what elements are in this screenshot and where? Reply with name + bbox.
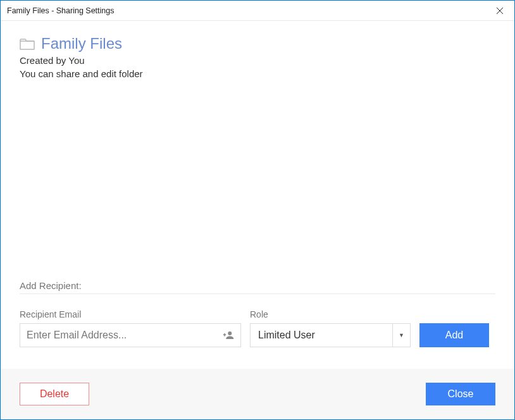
svg-point-3	[228, 331, 232, 335]
titlebar: Family Files - Sharing Settings	[1, 1, 514, 21]
window-title: Family Files - Sharing Settings	[7, 6, 115, 15]
caret-down-icon: ▼	[399, 332, 404, 338]
role-field-wrapper: Role Limited User ▼	[250, 309, 411, 347]
folder-header: Family Files	[20, 35, 495, 52]
add-person-icon	[223, 330, 234, 341]
role-label: Role	[250, 309, 411, 319]
folder-icon	[20, 37, 35, 50]
content-area: Family Files Created by You You can shar…	[1, 21, 514, 369]
permissions-line: You can share and edit folder	[20, 68, 495, 79]
role-selected-value: Limited User	[251, 324, 392, 347]
email-input-container[interactable]	[20, 323, 241, 347]
add-recipient-title: Add Recipient:	[20, 280, 495, 291]
folder-title: Family Files	[41, 35, 122, 52]
window-close-button[interactable]	[485, 1, 514, 21]
footer: Delete Close	[1, 369, 514, 419]
email-input[interactable]	[27, 330, 218, 341]
created-by-line: Created by You	[20, 55, 495, 66]
divider	[20, 293, 495, 294]
role-select[interactable]: Limited User ▼	[250, 323, 411, 347]
close-button[interactable]: Close	[426, 383, 495, 405]
dropdown-caret[interactable]: ▼	[392, 324, 410, 347]
close-icon	[497, 8, 503, 14]
email-label: Recipient Email	[20, 309, 241, 319]
add-button[interactable]: Add	[419, 323, 489, 347]
svg-rect-5	[224, 333, 225, 337]
email-field-wrapper: Recipient Email	[20, 309, 241, 347]
add-recipient-row: Recipient Email Role Limited User ▼ Ad	[20, 309, 495, 347]
delete-button[interactable]: Delete	[20, 383, 89, 405]
